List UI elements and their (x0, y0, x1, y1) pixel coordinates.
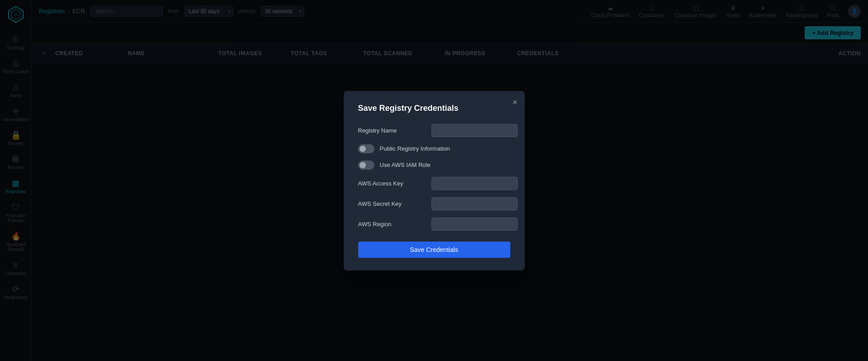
registry-name-label: Registry Name (358, 127, 426, 134)
public-registry-toggle-label: Public Registry Information (380, 145, 450, 152)
public-registry-toggle-switch[interactable] (358, 144, 374, 153)
aws-iam-role-toggle-slider (358, 161, 374, 170)
aws-access-key-row: AWS Access Key (358, 177, 510, 190)
public-registry-info-row: Public Registry Information (358, 144, 510, 153)
aws-iam-role-toggle-label: Use AWS IAM Role (380, 162, 431, 168)
aws-secret-key-input[interactable] (432, 197, 518, 210)
aws-access-key-label: AWS Access Key (358, 180, 426, 187)
modal-overlay[interactable]: Save Registry Credentials × Registry Nam… (0, 0, 868, 361)
public-registry-toggle-slider (358, 144, 374, 153)
aws-region-row: AWS Region (358, 218, 510, 231)
aws-iam-role-toggle-switch[interactable] (358, 161, 374, 170)
save-credentials-button[interactable]: Save Credentials (358, 242, 510, 258)
aws-access-key-input[interactable] (432, 177, 518, 190)
aws-secret-key-row: AWS Secret Key (358, 197, 510, 210)
registry-name-row: Registry Name (358, 124, 510, 137)
modal-close-button[interactable]: × (513, 98, 518, 106)
aws-secret-key-label: AWS Secret Key (358, 200, 426, 207)
registry-name-input[interactable] (432, 124, 518, 137)
aws-region-label: AWS Region (358, 221, 426, 228)
aws-region-input[interactable] (432, 218, 518, 231)
modal-title: Save Registry Credentials (358, 104, 510, 113)
save-registry-credentials-modal: Save Registry Credentials × Registry Nam… (344, 91, 525, 271)
use-aws-iam-role-row: Use AWS IAM Role (358, 161, 510, 170)
